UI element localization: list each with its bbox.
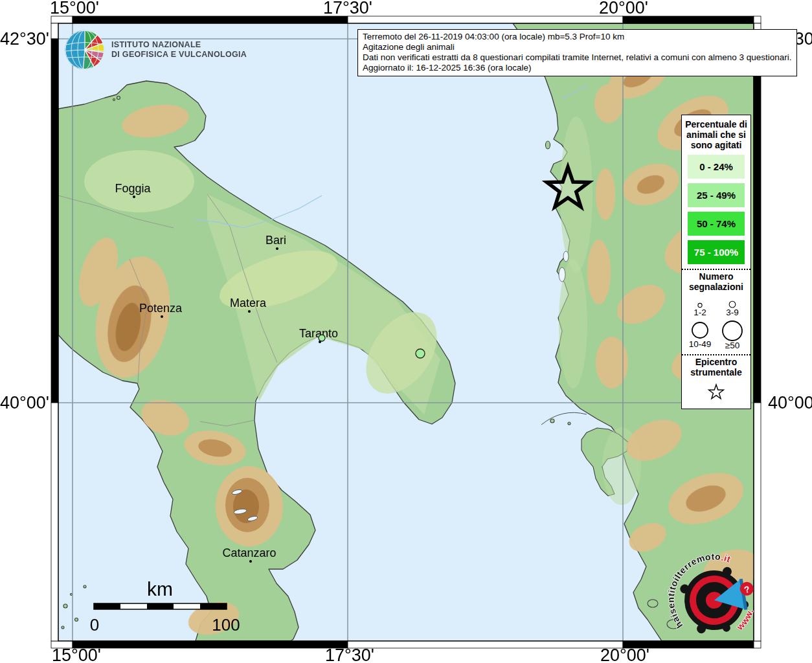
city-label-catanzaro: Catanzaro [222,546,276,559]
lat-label-left-42: 42°30' [0,29,49,49]
city-label-foggia: Foggia [115,182,151,195]
legend: Percentuale di animali che si sono agita… [681,115,751,409]
city-marker [133,196,135,198]
title-line-updated: Aggiornato il: 16-12-2025 16:36 (ora loc… [363,63,792,73]
earthquake-map-page: km 0 100 FoggiaBariPotenzaMateraTarantoC… [0,0,812,663]
legend-epicenter-title: Epicentro strumentale [684,357,748,377]
count-label: ≥50 [725,341,739,350]
count-circle-icon [690,320,710,341]
count-circle-icon [721,320,743,342]
ingv-wordmark: ISTITUTO NAZIONALE DI GEOFISICA E VULCAN… [111,40,247,60]
legend-count-10-49: 10-49 [685,320,715,350]
ingv-wordmark-line2: DI GEOFISICA E VULCANOLOGIA [111,50,247,60]
scale-bar-unit: km [147,578,173,600]
lon-label-bottom-17: 17°30' [325,646,374,663]
legend-divider [682,354,750,355]
title-line-disclaimer: Dati non verificati estratti da 8 questi… [363,52,792,63]
title-box: Terremoto del 26-11-2019 04:03:00 (ora l… [357,29,797,76]
count-label: 3-9 [726,308,739,317]
legend-percent-title: Percentuale di animali che si sono agita… [684,119,748,150]
report-point [319,335,325,341]
lat-label-left-40: 40°00' [0,393,49,412]
map-canvas: km 0 100 FoggiaBariPotenzaMateraTarantoC… [58,23,765,641]
legend-count-title: Numero segnalazioni [684,271,748,292]
city-label-bari: Bari [265,234,286,247]
count-label: 1-2 [694,308,706,317]
legend-epicenter-star [682,383,750,403]
lon-label-top-15: 15°00' [50,0,99,17]
title-line-event: Terremoto del 26-11-2019 04:03:00 (ora l… [363,32,792,42]
legend-swatch-25-49: 25 - 49% [688,183,745,207]
legend-count-50plus: ≥50 [717,320,747,350]
report-point [416,349,425,358]
city-marker [161,315,163,318]
count-label: 10-49 [689,339,712,349]
lon-label-bottom-20: 20°00' [600,646,649,663]
lat-label-right-40: 40°00' [768,393,812,412]
scale-bar-end: 100 [212,615,240,635]
title-line-subject: Agitazione degli animali [363,42,792,52]
scale-bar-start: 0 [90,615,99,635]
legend-swatch-0-24: 0 - 24% [688,155,745,179]
legend-swatch-50-74: 50 - 74% [688,212,745,236]
ingv-globe-logo [65,30,105,70]
city-marker [276,247,278,250]
city-label-potenza: Potenza [139,302,183,315]
legend-divider [682,269,750,270]
count-circle-icon [690,295,710,309]
city-marker [248,310,251,313]
legend-count-3-9: 3-9 [717,295,747,317]
lon-label-top-20: 20°00' [599,0,648,17]
ingv-wordmark-line1: ISTITUTO NAZIONALE [111,40,247,50]
count-circle-icon [722,295,743,309]
lon-label-bottom-15: 15°00' [52,646,101,663]
city-marker [249,560,252,563]
ingv-header: ISTITUTO NAZIONALE DI GEOFISICA E VULCAN… [65,30,247,70]
city-label-matera: Matera [230,297,267,309]
lon-label-top-17: 17°30' [323,0,372,17]
legend-swatch-75-100: 75 - 100% [688,240,745,264]
legend-count-1-2: 1-2 [685,295,715,317]
